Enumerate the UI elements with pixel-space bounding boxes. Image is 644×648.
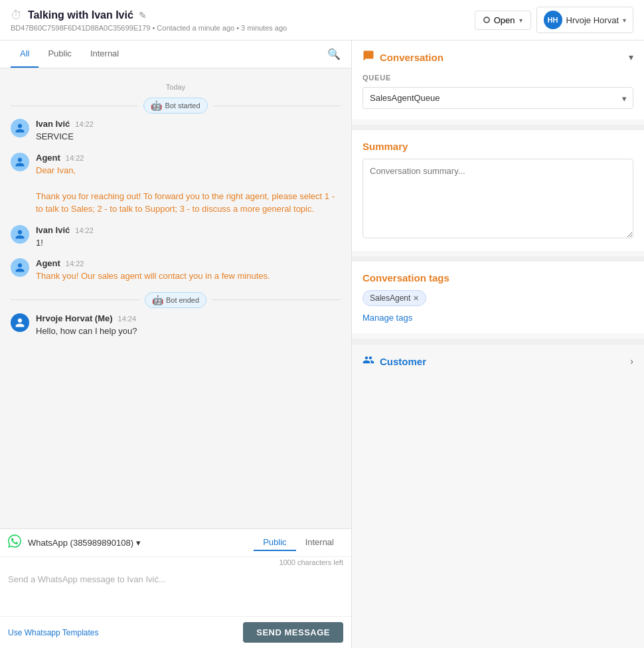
tags-title: Conversation tags xyxy=(362,272,633,284)
summary-title: Summary xyxy=(362,141,633,152)
tag-remove-button[interactable]: ✕ xyxy=(413,294,419,303)
section-divider xyxy=(352,125,644,130)
table-row: Agent 14:22 Dear Ivan,Thank you for reac… xyxy=(11,153,341,216)
agent-name: Hrvoje Horvat xyxy=(566,15,619,25)
status-button[interactable]: Open ▾ xyxy=(475,11,531,30)
status-chevron: ▾ xyxy=(519,17,523,24)
avatar xyxy=(11,119,29,137)
hourglass-icon: ⏱ xyxy=(11,9,23,23)
channel-selector[interactable]: WhatsApp (385989890108) ▾ xyxy=(28,538,141,548)
queue-select[interactable]: SalesAgentQueue xyxy=(362,87,633,109)
table-row: Ivan Ivić 14:22 SERVICE xyxy=(11,119,341,143)
customer-left: Customer xyxy=(362,354,426,368)
message-time: 14:24 xyxy=(118,315,137,323)
message-content: Agent 14:22 Dear Ivan,Thank you for reac… xyxy=(36,153,341,216)
tab-public[interactable]: Public xyxy=(39,40,80,68)
header: ⏱ Talking with Ivan Ivić ✎ BD47B60C7598F… xyxy=(0,0,644,40)
conversation-title: Talking with Ivan Ivić xyxy=(28,9,133,21)
message-time: 14:22 xyxy=(75,226,94,234)
message-time: 14:22 xyxy=(66,154,84,162)
channel-chevron: ▾ xyxy=(136,538,141,548)
edit-icon[interactable]: ✎ xyxy=(139,10,147,21)
sender-name: Agent xyxy=(36,153,60,163)
avatar xyxy=(11,153,29,171)
message-text: SERVICE xyxy=(36,130,341,143)
sender-name: Ivan Ivić xyxy=(36,119,70,129)
message-time: 14:22 xyxy=(75,120,94,128)
message-header: Hrvoje Horvat (Me) 14:24 xyxy=(36,313,341,323)
conversation-body: QUEUE SalesAgentQueue xyxy=(352,74,644,120)
avatar xyxy=(11,258,29,277)
bot-ended-badge: 🤖 Bot ended xyxy=(145,292,206,308)
message-header: Ivan Ivić 14:22 xyxy=(36,119,341,129)
sender-name: Ivan Ivić xyxy=(36,225,70,235)
header-left: ⏱ Talking with Ivan Ivić ✎ BD47B60C7598F… xyxy=(11,9,287,32)
chat-tabs: All Public Internal 🔍 xyxy=(0,40,351,68)
bot-started-badge: 🤖 Bot started xyxy=(143,98,207,114)
message-content: Ivan Ivić 14:22 1! xyxy=(36,225,341,250)
message-input[interactable] xyxy=(0,568,351,614)
agent-button[interactable]: HH Hrvoje Horvat ▾ xyxy=(536,7,633,33)
bot-line-right2 xyxy=(212,299,341,300)
message-content: Agent 14:22 Thank you! Our sales agent w… xyxy=(36,258,341,283)
header-title: ⏱ Talking with Ivan Ivić ✎ xyxy=(11,9,287,23)
message-text: Dear Ivan,Thank you for reaching out! To… xyxy=(36,164,341,216)
sender-name: Hrvoje Horvat (Me) xyxy=(36,313,113,323)
agent-avatar: HH xyxy=(544,11,562,29)
bot-line-left xyxy=(11,106,138,106)
whatsapp-icon xyxy=(8,534,21,551)
sender-name: Agent xyxy=(36,258,60,268)
conversation-chevron: ▾ xyxy=(629,52,633,62)
messages-area: Today 🤖 Bot started Ivan Ivić 14: xyxy=(0,68,351,528)
use-template-link[interactable]: Use Whatsapp Templates xyxy=(8,628,99,637)
bot-started-banner: 🤖 Bot started xyxy=(11,98,341,114)
manage-tags-link[interactable]: Manage tags xyxy=(362,313,412,323)
queue-select-wrap: SalesAgentQueue xyxy=(362,87,633,109)
chat-panel: All Public Internal 🔍 Today 🤖 Bot starte… xyxy=(0,40,352,648)
message-text: Thank you! Our sales agent will contact … xyxy=(36,270,341,283)
bot-icon: 🤖 xyxy=(151,100,162,111)
summary-textarea[interactable] xyxy=(362,159,633,238)
status-dot xyxy=(483,17,490,23)
conversation-header-left: Conversation xyxy=(362,50,443,64)
tab-internal[interactable]: Internal xyxy=(81,40,128,68)
customer-section[interactable]: Customer › xyxy=(352,344,644,378)
customer-chevron: › xyxy=(630,356,633,366)
section-divider3 xyxy=(352,339,644,344)
agent-chevron: ▾ xyxy=(623,17,626,24)
input-top-bar: WhatsApp (385989890108) ▾ Public Interna… xyxy=(0,529,351,557)
conversation-header[interactable]: Conversation ▾ xyxy=(352,40,644,74)
tags-section: Conversation tags SalesAgent ✕ Manage ta… xyxy=(352,262,644,333)
conversation-icon xyxy=(362,50,374,64)
header-meta: BD47B60C7598F6D41D88A0C35699E179 • Conta… xyxy=(11,24,287,32)
message-content: Hrvoje Horvat (Me) 14:24 Hello, how can … xyxy=(36,313,341,338)
input-area: WhatsApp (385989890108) ▾ Public Interna… xyxy=(0,528,351,648)
message-header: Ivan Ivić 14:22 xyxy=(36,225,341,235)
table-row: Hrvoje Horvat (Me) 14:24 Hello, how can … xyxy=(11,313,341,338)
tab-public-input[interactable]: Public xyxy=(254,534,295,551)
bot-line-left2 xyxy=(11,299,139,300)
conversation-title: Conversation xyxy=(380,52,443,63)
status-label: Open xyxy=(494,15,515,25)
avatar xyxy=(11,225,29,244)
message-header: Agent 14:22 xyxy=(36,153,341,163)
tab-all[interactable]: All xyxy=(11,40,39,68)
customer-title: Customer xyxy=(380,356,426,367)
message-header: Agent 14:22 xyxy=(36,258,341,268)
tab-internal-input[interactable]: Internal xyxy=(296,534,343,551)
tag-badge: SalesAgent ✕ xyxy=(362,290,426,306)
date-separator: Today xyxy=(11,83,341,91)
bot-ended-banner: 🤖 Bot ended xyxy=(11,292,341,308)
table-row: Ivan Ivić 14:22 1! xyxy=(11,225,341,250)
header-right: Open ▾ HH Hrvoje Horvat ▾ xyxy=(475,7,633,33)
char-counter: 1000 characters left xyxy=(0,557,351,568)
send-message-button[interactable]: SEND MESSAGE xyxy=(243,622,343,643)
table-row: Agent 14:22 Thank you! Our sales agent w… xyxy=(11,258,341,283)
message-content: Ivan Ivić 14:22 SERVICE xyxy=(36,119,341,143)
conversation-section: Conversation ▾ QUEUE SalesAgentQueue xyxy=(352,40,644,120)
input-bottom-bar: Use Whatsapp Templates SEND MESSAGE xyxy=(0,616,351,648)
bot-started-label: Bot started xyxy=(165,102,200,110)
search-icon[interactable]: 🔍 xyxy=(327,48,341,60)
channel-label: WhatsApp (385989890108) xyxy=(28,538,133,548)
message-time: 14:22 xyxy=(66,260,84,268)
